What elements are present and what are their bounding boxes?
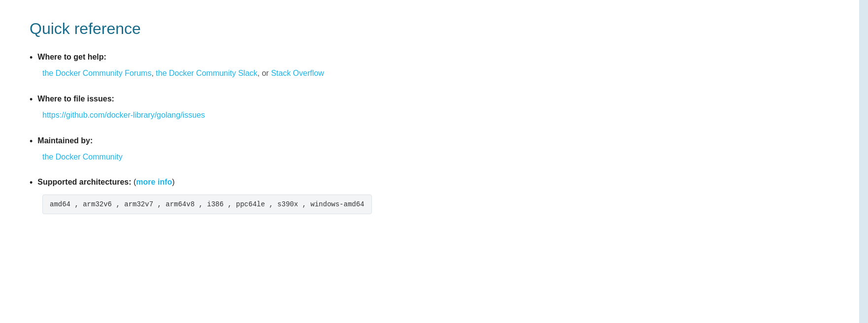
architectures-code: amd64 , arm32v6 , arm32v7 , arm64v8 , i3…: [42, 194, 372, 214]
more-info-link[interactable]: more info: [136, 178, 172, 186]
bullet-item-maintained: • Maintained by: the Docker Community: [30, 135, 830, 163]
bullet-item-architectures: • Supported architectures: (more info) a…: [30, 177, 830, 214]
main-content: Quick reference • Where to get help: the…: [0, 0, 859, 323]
list-item-architectures: • Supported architectures: (more info) a…: [30, 177, 830, 214]
help-link-slack[interactable]: the Docker Community Slack: [156, 69, 257, 77]
bullet-label-issues: • Where to file issues:: [30, 94, 830, 106]
help-link-stackoverflow[interactable]: Stack Overflow: [271, 69, 324, 77]
issues-label: Where to file issues:: [37, 94, 114, 104]
bullet-dot-3: •: [30, 135, 33, 148]
maintained-label: Maintained by:: [37, 135, 93, 146]
bullet-dot-2: •: [30, 94, 33, 106]
bullet-item-issues: • Where to file issues: https://github.c…: [30, 94, 830, 122]
bullet-label-help: • Where to get help:: [30, 52, 830, 64]
issues-content: https://github.com/docker-library/golang…: [30, 109, 830, 122]
page-wrapper: Quick reference • Where to get help: the…: [0, 0, 868, 323]
architectures-paren-close: ): [172, 178, 174, 186]
list-item-issues: • Where to file issues: https://github.c…: [30, 94, 830, 122]
maintained-link[interactable]: the Docker Community: [42, 153, 123, 161]
list-item-maintained: • Maintained by: the Docker Community: [30, 135, 830, 163]
bullet-label-maintained: • Maintained by:: [30, 135, 830, 148]
architectures-label: Supported architectures: (more info): [37, 177, 174, 188]
maintained-content: the Docker Community: [30, 151, 830, 163]
help-content: the Docker Community Forums, the Docker …: [30, 67, 830, 80]
separator-1: ,: [151, 69, 156, 77]
sidebar-right: [859, 0, 868, 323]
architectures-content: amd64 , arm32v6 , arm32v7 , arm64v8 , i3…: [30, 193, 830, 214]
help-link-forums[interactable]: the Docker Community Forums: [42, 69, 151, 77]
bullet-dot-4: •: [30, 177, 33, 189]
help-label: Where to get help:: [37, 52, 106, 63]
reference-list: • Where to get help: the Docker Communit…: [30, 52, 830, 214]
bullet-label-architectures: • Supported architectures: (more info): [30, 177, 830, 189]
bullet-dot: •: [30, 52, 33, 64]
list-item-help: • Where to get help: the Docker Communit…: [30, 52, 830, 80]
separator-2: , or: [258, 69, 271, 77]
issues-link[interactable]: https://github.com/docker-library/golang…: [42, 111, 205, 119]
bullet-item-help: • Where to get help: the Docker Communit…: [30, 52, 830, 80]
page-title: Quick reference: [30, 20, 830, 38]
